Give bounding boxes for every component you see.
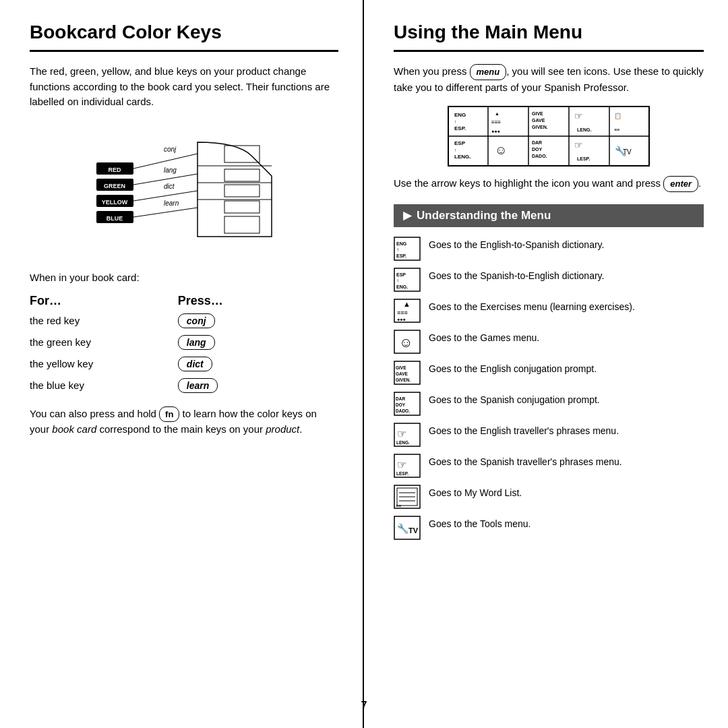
svg-text:ESP: ESP — [454, 140, 466, 146]
right-divider — [394, 50, 704, 52]
fn-key: fn — [159, 406, 179, 423]
menu-icons-grid: ENG ↑ ESP. ▲ ≡≡≡ ●●● GIVE GAVE GIVEN. ☞ … — [448, 106, 650, 166]
svg-text:DADO.: DADO. — [396, 408, 410, 413]
svg-text:📋: 📋 — [614, 112, 622, 120]
svg-text:lang: lang — [164, 166, 177, 174]
left-intro: The red, green, yellow, and blue keys on… — [30, 64, 338, 110]
understanding-title: Understanding the Menu — [417, 209, 551, 222]
press-learn: learn — [178, 378, 338, 393]
svg-text:learn: learn — [164, 200, 179, 207]
list-item: ☺ Goes to the Games menu. — [394, 330, 704, 354]
list-item: ▲ ≡≡≡ ●●● Goes to the Exercises menu (le… — [394, 299, 704, 323]
svg-text:ESP.: ESP. — [396, 253, 406, 258]
svg-text:↑: ↑ — [396, 278, 399, 284]
esp-conj-desc: Goes to the Spanish conjugation prompt. — [429, 392, 600, 406]
svg-text:ENG: ENG — [454, 112, 466, 118]
svg-text:DOY: DOY — [532, 147, 543, 152]
tools-icon: 🔧 TV — [394, 516, 421, 540]
for-press-table: For… Press… the red key conj the green k… — [30, 294, 338, 393]
menu-image-area: ENG ↑ ESP. ▲ ≡≡≡ ●●● GIVE GAVE GIVEN. ☞ … — [394, 106, 704, 166]
press-lang: lang — [178, 335, 338, 350]
svg-text:▲: ▲ — [403, 300, 411, 308]
svg-text:↑: ↑ — [454, 148, 457, 152]
exercises-icon: ▲ ≡≡≡ ●●● — [394, 299, 421, 323]
conj-key: conj — [178, 313, 215, 328]
svg-text:BLUE: BLUE — [107, 215, 123, 222]
eng-travel-icon: ☞ LENG. — [394, 423, 421, 447]
list-item: ☞ LESP. Goes to the Spanish traveller's … — [394, 454, 704, 478]
svg-text:☞: ☞ — [397, 459, 406, 471]
left-column: Bookcard Color Keys The red, green, yell… — [0, 0, 364, 728]
page-number: 7 — [361, 700, 367, 712]
exercises-desc: Goes to the Exercises menu (learning exe… — [429, 299, 635, 313]
table-row: the red key conj — [30, 313, 338, 328]
understanding-header: ▶ Understanding the Menu — [394, 204, 704, 227]
fn-note: You can also press and hold fn to learn … — [30, 406, 338, 437]
svg-text:ESP: ESP — [396, 272, 406, 277]
list-item: 🔧 TV Goes to the Tools menu. — [394, 516, 704, 540]
eng-esp-desc: Goes to the English-to-Spanish dictionar… — [429, 237, 604, 251]
svg-text:ESP.: ESP. — [454, 125, 466, 131]
svg-text:≡≡: ≡≡ — [396, 504, 401, 508]
svg-rect-19 — [224, 146, 260, 162]
svg-rect-20 — [224, 169, 260, 181]
svg-text:↑: ↑ — [454, 119, 457, 124]
svg-text:DAR: DAR — [532, 140, 542, 145]
table-row: the green key lang — [30, 335, 338, 350]
svg-text:TV: TV — [408, 526, 419, 535]
svg-text:▲: ▲ — [495, 111, 499, 116]
list-item: ENG ↑ ESP. Goes to the English-to-Spanis… — [394, 237, 704, 261]
eng-esp-icon: ENG ↑ ESP. — [394, 237, 421, 261]
enter-key: enter — [663, 176, 698, 192]
svg-text:GAVE: GAVE — [532, 118, 545, 123]
left-divider — [30, 50, 338, 52]
svg-text:DADO.: DADO. — [532, 154, 547, 158]
svg-text:GAVE: GAVE — [396, 371, 408, 376]
for-red: the red key — [30, 315, 178, 326]
list-item: ESP ↑ ENG. Goes to the Spanish-to-Englis… — [394, 268, 704, 292]
svg-text:GIVE: GIVE — [396, 365, 406, 370]
tools-desc: Goes to the Tools menu. — [429, 516, 531, 530]
svg-line-14 — [133, 208, 198, 217]
arrow-right-icon: ▶ — [403, 209, 411, 222]
icon-list: ENG ↑ ESP. Goes to the English-to-Spanis… — [394, 237, 704, 540]
list-item: DAR DOY DADO. Goes to the Spanish conjug… — [394, 392, 704, 416]
learn-key: learn — [178, 378, 218, 393]
svg-text:LENG.: LENG. — [454, 154, 471, 160]
svg-text:ENG.: ENG. — [396, 284, 408, 289]
word-list-icon: ≡≡ — [394, 485, 421, 509]
esp-travel-desc: Goes to the Spanish traveller's phrases … — [429, 454, 622, 468]
list-item: GIVE GAVE GIVEN. Goes to the English con… — [394, 361, 704, 385]
svg-text:☺: ☺ — [495, 144, 507, 157]
svg-text:☞: ☞ — [574, 111, 583, 121]
svg-text:GIVEN.: GIVEN. — [532, 125, 548, 129]
svg-text:conj: conj — [164, 146, 177, 153]
svg-text:●●●: ●●● — [491, 129, 500, 133]
right-intro: When you press menu, you will see ten ic… — [394, 64, 704, 95]
svg-text:RED: RED — [108, 166, 121, 173]
svg-text:DOY: DOY — [396, 402, 406, 407]
svg-text:☞: ☞ — [397, 428, 406, 439]
svg-text:LENG.: LENG. — [577, 127, 591, 132]
when-book-card-text: When in your book card: — [30, 272, 338, 283]
svg-text:GIVE: GIVE — [532, 111, 543, 116]
table-row: the yellow key dict — [30, 357, 338, 371]
svg-text:↑: ↑ — [396, 247, 399, 253]
lang-key: lang — [178, 335, 215, 350]
svg-text:DAR: DAR — [396, 396, 405, 401]
svg-text:🔧: 🔧 — [397, 523, 409, 535]
right-title: Using the Main Menu — [394, 22, 704, 43]
eng-conj-icon: GIVE GAVE GIVEN. — [394, 361, 421, 385]
games-icon: ☺ — [394, 330, 421, 354]
esp-eng-icon: ESP ↑ ENG. — [394, 268, 421, 292]
for-green: the green key — [30, 336, 178, 348]
right-column: Using the Main Menu When you press menu,… — [364, 0, 728, 728]
svg-text:ENG: ENG — [396, 241, 407, 246]
list-item: ☞ LENG. Goes to the English traveller's … — [394, 423, 704, 447]
for-header: For… — [30, 294, 178, 308]
left-title: Bookcard Color Keys — [30, 22, 338, 43]
svg-text:YELLOW: YELLOW — [102, 199, 128, 206]
press-header: Press… — [178, 294, 338, 308]
word-list-desc: Goes to My Word List. — [429, 485, 522, 499]
games-desc: Goes to the Games menu. — [429, 330, 539, 344]
